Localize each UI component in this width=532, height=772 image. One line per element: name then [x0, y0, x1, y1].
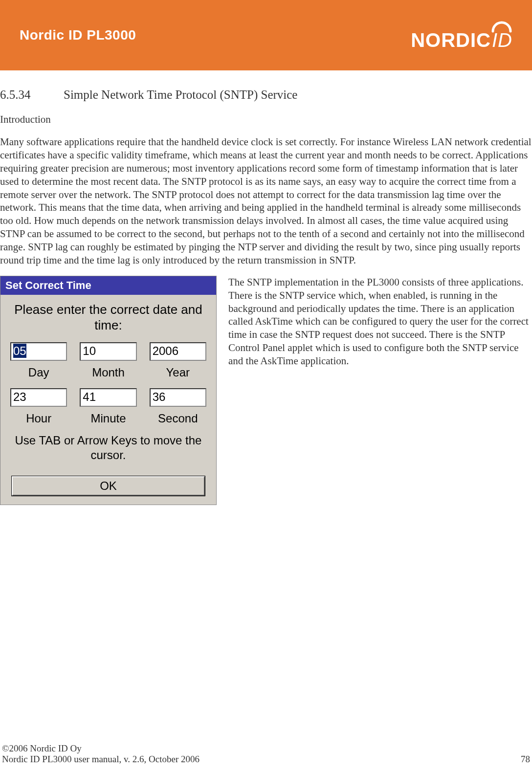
set-time-dialog: Set Correct Time Please enter the correc…: [0, 276, 217, 505]
page-number: 78: [521, 754, 530, 765]
document-header: Nordic ID PL3000 NORDICID: [0, 0, 532, 70]
section-title: Simple Network Time Protocol (SNTP) Serv…: [64, 88, 297, 102]
section-number: 6.5.34: [0, 88, 64, 102]
dialog-titlebar: Set Correct Time: [0, 276, 216, 295]
day-input[interactable]: 05: [10, 342, 67, 361]
dialog-hint: Use TAB or Arrow Keys to move the cursor…: [7, 433, 209, 463]
brand-name-suffix: ID: [492, 30, 512, 50]
dialog-prompt: Please enter the correct date and time:: [7, 302, 209, 333]
hour-label: Hour: [26, 412, 51, 425]
month-label: Month: [92, 366, 125, 379]
minute-input[interactable]: 41: [80, 388, 136, 407]
footer-manual-line: Nordic ID PL3000 user manual, v. 2.6, Oc…: [2, 754, 200, 765]
page-footer: ©2006 Nordic ID Oy Nordic ID PL3000 user…: [0, 743, 532, 765]
header-title: Nordic ID PL3000: [20, 27, 136, 43]
brand-name-main: NORDIC: [411, 30, 491, 50]
minute-label: Minute: [90, 412, 126, 425]
hour-input[interactable]: 23: [10, 388, 67, 407]
section-heading: 6.5.34 Simple Network Time Protocol (SNT…: [0, 88, 532, 102]
second-input[interactable]: 36: [150, 388, 206, 407]
year-input[interactable]: 2006: [150, 342, 206, 361]
footer-copyright: ©2006 Nordic ID Oy: [2, 743, 200, 754]
intro-paragraph: Many software applications require that …: [0, 135, 532, 267]
year-label: Year: [166, 366, 190, 379]
subheading-introduction: Introduction: [0, 113, 532, 126]
ok-button[interactable]: OK: [12, 476, 205, 496]
month-input[interactable]: 10: [80, 342, 136, 361]
side-paragraph: The SNTP implementation in the PL3000 co…: [228, 276, 532, 368]
brand-logo: NORDICID: [411, 21, 512, 50]
second-label: Second: [158, 412, 198, 425]
day-label: Day: [28, 366, 49, 379]
